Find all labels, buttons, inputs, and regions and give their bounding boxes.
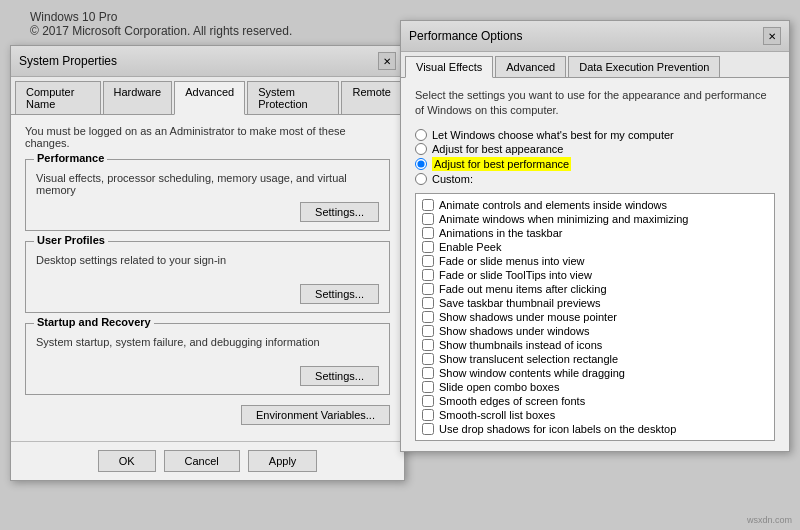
radio-custom[interactable]: Custom: — [415, 173, 775, 185]
apply-button[interactable]: Apply — [248, 450, 318, 472]
checkbox-item-16[interactable]: Use drop shadows for icon labels on the … — [420, 422, 770, 436]
checkbox-label-12: Show window contents while dragging — [439, 367, 625, 379]
checkbox-input-7[interactable] — [422, 297, 434, 309]
checkbox-input-3[interactable] — [422, 241, 434, 253]
checkbox-input-14[interactable] — [422, 395, 434, 407]
checkbox-label-1: Animate windows when minimizing and maxi… — [439, 213, 688, 225]
checkbox-label-3: Enable Peek — [439, 241, 501, 253]
perf-options-title: Performance Options — [409, 29, 522, 43]
checkbox-input-2[interactable] — [422, 227, 434, 239]
checkbox-item-7[interactable]: Save taskbar thumbnail previews — [420, 296, 770, 310]
checkbox-input-15[interactable] — [422, 409, 434, 421]
radio-let-windows-input[interactable] — [415, 129, 427, 141]
environment-variables-button[interactable]: Environment Variables... — [241, 405, 390, 425]
checkbox-item-9[interactable]: Show shadows under windows — [420, 324, 770, 338]
performance-description: Visual effects, processor scheduling, me… — [36, 172, 379, 196]
visual-effects-radio-group: Let Windows choose what's best for my co… — [415, 129, 775, 185]
cancel-button[interactable]: Cancel — [164, 450, 240, 472]
system-props-tabs: Computer Name Hardware Advanced System P… — [11, 77, 404, 115]
startup-recovery-settings-button[interactable]: Settings... — [300, 366, 379, 386]
startup-recovery-section: Startup and Recovery System startup, sys… — [25, 323, 390, 395]
checkbox-input-9[interactable] — [422, 325, 434, 337]
system-props-content: You must be logged on as an Administrato… — [11, 115, 404, 441]
system-props-titlebar: System Properties ✕ — [11, 46, 404, 77]
tab-system-protection[interactable]: System Protection — [247, 81, 339, 114]
checkbox-input-16[interactable] — [422, 423, 434, 435]
checkbox-label-4: Fade or slide menus into view — [439, 255, 585, 267]
checkbox-label-6: Fade out menu items after clicking — [439, 283, 607, 295]
checkbox-item-13[interactable]: Slide open combo boxes — [420, 380, 770, 394]
radio-best-appearance-label: Adjust for best appearance — [432, 143, 563, 155]
startup-recovery-description: System startup, system failure, and debu… — [36, 336, 379, 360]
checkbox-label-7: Save taskbar thumbnail previews — [439, 297, 600, 309]
checkbox-label-0: Animate controls and elements inside win… — [439, 199, 667, 211]
watermark: wsxdn.com — [747, 515, 792, 525]
checkbox-input-8[interactable] — [422, 311, 434, 323]
perf-options-close-button[interactable]: ✕ — [763, 27, 781, 45]
checkbox-item-11[interactable]: Show translucent selection rectangle — [420, 352, 770, 366]
radio-best-performance-label: Adjust for best performance — [432, 157, 571, 171]
perf-tabs: Visual Effects Advanced Data Execution P… — [401, 52, 789, 78]
radio-best-performance[interactable]: Adjust for best performance — [415, 157, 775, 171]
tab-computer-name[interactable]: Computer Name — [15, 81, 101, 114]
checkbox-label-5: Fade or slide ToolTips into view — [439, 269, 592, 281]
checkbox-item-4[interactable]: Fade or slide menus into view — [420, 254, 770, 268]
checkbox-item-8[interactable]: Show shadows under mouse pointer — [420, 310, 770, 324]
checkbox-label-2: Animations in the taskbar — [439, 227, 563, 239]
checkbox-input-4[interactable] — [422, 255, 434, 267]
copyright: © 2017 Microsoft Corporation. All rights… — [30, 24, 292, 38]
checkbox-input-10[interactable] — [422, 339, 434, 351]
checkbox-input-1[interactable] — [422, 213, 434, 225]
checkbox-item-0[interactable]: Animate controls and elements inside win… — [420, 198, 770, 212]
performance-section-title: Performance — [34, 152, 107, 164]
radio-best-performance-input[interactable] — [415, 158, 427, 170]
checkbox-label-15: Smooth-scroll list boxes — [439, 409, 555, 421]
radio-best-appearance-input[interactable] — [415, 143, 427, 155]
tab-advanced[interactable]: Advanced — [174, 81, 245, 115]
checkbox-item-15[interactable]: Smooth-scroll list boxes — [420, 408, 770, 422]
tab-hardware[interactable]: Hardware — [103, 81, 173, 114]
system-props-close-button[interactable]: ✕ — [378, 52, 396, 70]
tab-visual-effects[interactable]: Visual Effects — [405, 56, 493, 78]
user-profiles-section: User Profiles Desktop settings related t… — [25, 241, 390, 313]
perf-options-content: Select the settings you want to use for … — [401, 78, 789, 451]
system-props-footer: OK Cancel Apply — [11, 441, 404, 480]
performance-section: Performance Visual effects, processor sc… — [25, 159, 390, 231]
checkbox-item-5[interactable]: Fade or slide ToolTips into view — [420, 268, 770, 282]
checkbox-label-8: Show shadows under mouse pointer — [439, 311, 617, 323]
tab-advanced-perf[interactable]: Advanced — [495, 56, 566, 77]
system-props-title: System Properties — [19, 54, 117, 68]
admin-info-text: You must be logged on as an Administrato… — [25, 125, 390, 149]
checkbox-input-0[interactable] — [422, 199, 434, 211]
performance-settings-button[interactable]: Settings... — [300, 202, 379, 222]
system-properties-dialog: System Properties ✕ Computer Name Hardwa… — [10, 45, 405, 481]
checkbox-item-12[interactable]: Show window contents while dragging — [420, 366, 770, 380]
checkbox-input-12[interactable] — [422, 367, 434, 379]
checkbox-input-11[interactable] — [422, 353, 434, 365]
user-profiles-description: Desktop settings related to your sign-in — [36, 254, 379, 278]
checkbox-input-5[interactable] — [422, 269, 434, 281]
radio-custom-label: Custom: — [432, 173, 473, 185]
checkbox-label-10: Show thumbnails instead of icons — [439, 339, 602, 351]
performance-options-dialog: Performance Options ✕ Visual Effects Adv… — [400, 20, 790, 452]
tab-remote[interactable]: Remote — [341, 81, 402, 114]
checkbox-label-11: Show translucent selection rectangle — [439, 353, 618, 365]
radio-best-appearance[interactable]: Adjust for best appearance — [415, 143, 775, 155]
checkbox-label-16: Use drop shadows for icon labels on the … — [439, 423, 676, 435]
radio-custom-input[interactable] — [415, 173, 427, 185]
radio-let-windows[interactable]: Let Windows choose what's best for my co… — [415, 129, 775, 141]
checkbox-label-14: Smooth edges of screen fonts — [439, 395, 585, 407]
checkbox-item-1[interactable]: Animate windows when minimizing and maxi… — [420, 212, 770, 226]
checkbox-item-3[interactable]: Enable Peek — [420, 240, 770, 254]
checkbox-input-13[interactable] — [422, 381, 434, 393]
user-profiles-settings-button[interactable]: Settings... — [300, 284, 379, 304]
windows-version: Windows 10 Pro — [30, 10, 292, 24]
checkbox-input-6[interactable] — [422, 283, 434, 295]
visual-effects-checkbox-list: Animate controls and elements inside win… — [415, 193, 775, 441]
checkbox-item-6[interactable]: Fade out menu items after clicking — [420, 282, 770, 296]
checkbox-item-10[interactable]: Show thumbnails instead of icons — [420, 338, 770, 352]
checkbox-item-14[interactable]: Smooth edges of screen fonts — [420, 394, 770, 408]
tab-data-execution[interactable]: Data Execution Prevention — [568, 56, 720, 77]
checkbox-item-2[interactable]: Animations in the taskbar — [420, 226, 770, 240]
ok-button[interactable]: OK — [98, 450, 156, 472]
